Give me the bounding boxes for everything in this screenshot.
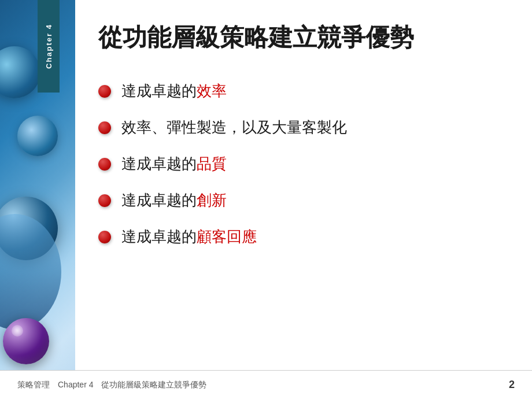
highlight-text: 創新: [197, 191, 227, 209]
slide-title: 從功能層級策略建立競爭優勢: [98, 23, 509, 52]
footer-page-number: 2: [509, 379, 515, 391]
list-item: 達成卓越的顧客回應: [98, 227, 509, 247]
bullet-dot: [98, 158, 111, 171]
bullet-text: 效率、彈性製造，以及大量客製化: [121, 117, 347, 138]
bullet-text: 達成卓越的創新: [121, 190, 227, 210]
chapter-tab: Chapter 4: [38, 0, 60, 93]
orb-4: [3, 318, 49, 364]
bullet-text: 達成卓越的效率: [121, 81, 227, 101]
footer-left-text: 策略管理 Chapter 4 從功能層級策略建立競爭優勢: [17, 380, 206, 390]
bullet-list: 達成卓越的效率 效率、彈性製造，以及大量客製化 達成卓越的品質 達成卓越的創新: [98, 81, 509, 247]
bullet-text: 達成卓越的品質: [121, 154, 227, 174]
main-content: 從功能層級策略建立競爭優勢 達成卓越的效率 效率、彈性製造，以及大量客製化 達成…: [69, 0, 532, 367]
list-item: 達成卓越的品質: [98, 154, 509, 174]
list-item: 達成卓越的效率: [98, 81, 509, 101]
chapter-tab-text: Chapter 4: [45, 24, 53, 69]
highlight-text: 效率: [197, 82, 227, 99]
bullet-dot: [98, 194, 111, 207]
list-item: 達成卓越的創新: [98, 190, 509, 210]
orb-2: [17, 116, 58, 156]
footer: 策略管理 Chapter 4 從功能層級策略建立競爭優勢 2: [0, 370, 532, 399]
bullet-dot: [98, 231, 111, 243]
slide: Chapter 4 從功能層級策略建立競爭優勢 達成卓越的效率 效率、彈性製造，…: [0, 0, 532, 399]
highlight-text: 顧客回應: [197, 228, 257, 245]
bullet-dot: [98, 121, 111, 134]
orb-1: [0, 46, 40, 98]
list-item: 效率、彈性製造，以及大量客製化: [98, 117, 509, 138]
highlight-text: 品質: [197, 155, 227, 172]
bullet-dot: [98, 85, 111, 98]
wave-decoration: [0, 214, 75, 330]
bullet-text: 達成卓越的顧客回應: [121, 227, 257, 247]
